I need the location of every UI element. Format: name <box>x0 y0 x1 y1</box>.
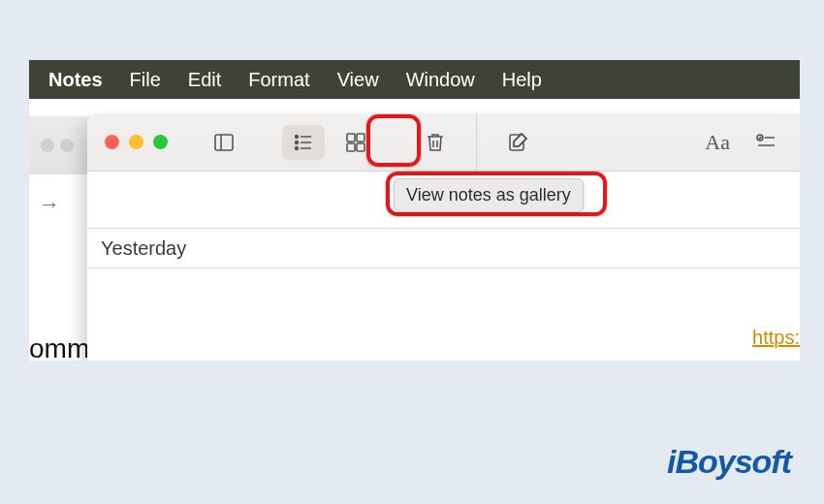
menu-window[interactable]: Window <box>406 69 475 91</box>
close-button[interactable] <box>105 135 119 149</box>
trash-icon <box>424 131 447 154</box>
compose-icon <box>506 131 529 154</box>
list-icon <box>292 131 315 154</box>
link-fragment[interactable]: https: <box>752 327 800 349</box>
list-view-button[interactable] <box>282 125 325 160</box>
watermark-brand: iBoysoft <box>667 443 791 481</box>
svg-rect-8 <box>347 134 355 142</box>
minimize-button[interactable] <box>129 135 143 149</box>
checklist-button[interactable] <box>749 125 782 160</box>
list-section-header: Yesterday <box>87 228 800 268</box>
fullscreen-button[interactable] <box>153 135 168 149</box>
menu-view[interactable]: View <box>337 69 379 91</box>
tooltip: View notes as gallery <box>394 178 584 212</box>
format-button[interactable]: Aa <box>695 125 740 160</box>
screenshot-region: Notes File Edit Format View Window Help … <box>29 60 800 361</box>
panel-left-icon <box>212 131 236 154</box>
mac-menubar: Notes File Edit Format View Window Help <box>29 60 800 99</box>
new-note-button[interactable] <box>496 125 539 160</box>
checklist-icon <box>754 131 777 154</box>
svg-rect-10 <box>347 143 355 151</box>
notes-toolbar: Aa <box>87 113 800 172</box>
svg-rect-0 <box>215 135 233 150</box>
notes-window: Aa View notes as gallery Yesterday https… <box>87 113 800 361</box>
menu-app[interactable]: Notes <box>48 69 103 91</box>
menu-help[interactable]: Help <box>502 69 542 91</box>
window-controls <box>105 135 168 149</box>
menu-edit[interactable]: Edit <box>188 69 221 91</box>
gallery-view-button[interactable] <box>334 125 377 160</box>
menu-format[interactable]: Format <box>248 69 309 91</box>
delete-button[interactable] <box>414 125 457 160</box>
grid-icon <box>344 131 367 154</box>
bg-dot <box>41 139 54 152</box>
svg-rect-9 <box>357 134 364 142</box>
toolbar-divider <box>476 113 477 172</box>
toggle-sidebar-button[interactable] <box>203 125 245 160</box>
back-arrow-icon: → <box>39 192 60 217</box>
svg-point-4 <box>296 146 299 149</box>
bg-dot <box>60 139 74 152</box>
menu-file[interactable]: File <box>130 69 161 91</box>
background-text-fragment: omm <box>29 333 89 361</box>
svg-point-3 <box>296 141 299 143</box>
svg-point-2 <box>296 135 299 138</box>
svg-rect-11 <box>357 143 364 151</box>
